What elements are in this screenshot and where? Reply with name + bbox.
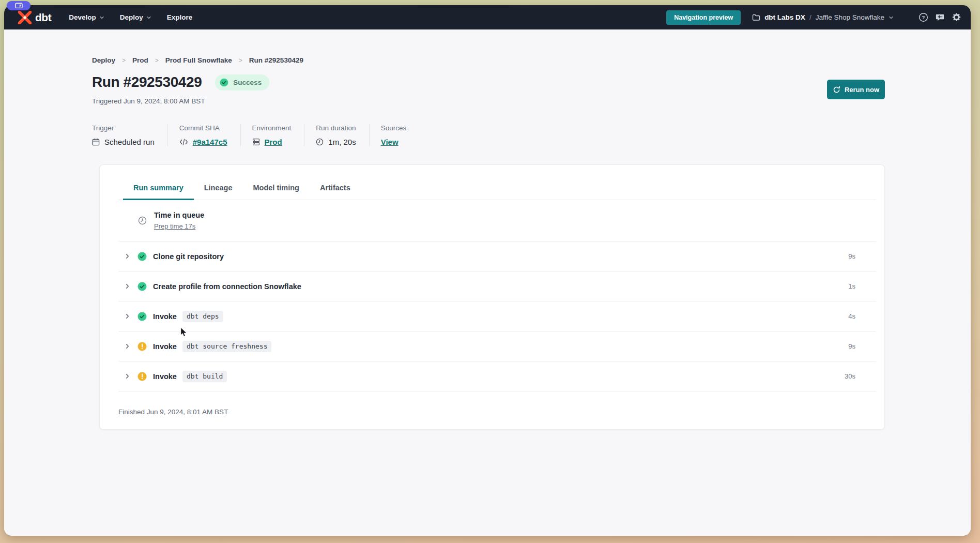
app-window: dbt DevelopDeployExplore Navigation prev… (4, 5, 971, 536)
nav-menu-deploy[interactable]: Deploy (120, 13, 151, 21)
feedback-button[interactable] (935, 12, 945, 22)
status-badge-label: Success (233, 79, 262, 86)
success-check-icon (220, 78, 228, 87)
breadcrumb-item-prod-full-snowflake[interactable]: Prod Full Snowflake (165, 56, 232, 64)
chevron-right-icon[interactable] (125, 373, 130, 379)
nav-menu-develop[interactable]: Develop (69, 13, 104, 21)
chevron-right-icon[interactable] (125, 313, 130, 319)
meta-label: Sources (381, 124, 407, 132)
step-duration: 4s (848, 312, 855, 320)
step-label: Create profile from connection Snowflake (153, 282, 301, 291)
tab-run-summary[interactable]: Run summary (123, 184, 194, 200)
breadcrumb-separator: > (122, 57, 126, 64)
account-name: dbt Labs DX (764, 13, 805, 21)
meta-run-duration: Run duration1m, 20s (316, 124, 369, 146)
rerun-now-label: Rerun now (845, 86, 879, 94)
account-project-switcher[interactable]: dbt Labs DX / Jaffle Shop Snowflake (752, 13, 894, 21)
chevron-right-icon[interactable] (125, 343, 130, 349)
meta-commit-sha: Commit SHA#9a147c5 (179, 124, 241, 146)
breadcrumb: Deploy>Prod>Prod Full Snowflake>Run #292… (92, 56, 303, 64)
screen-preview-pill[interactable] (7, 1, 30, 10)
nav-menu-explore[interactable]: Explore (167, 13, 193, 21)
help-button[interactable]: ? (918, 12, 928, 22)
breadcrumb-item-deploy[interactable]: Deploy (92, 56, 115, 64)
tabs-wrap: Run summaryLineageModel timingArtifacts (118, 184, 876, 200)
meta-label: Trigger (92, 124, 155, 132)
screen-share-user-icon (15, 3, 23, 9)
success-icon (137, 312, 147, 321)
breadcrumb-separator: > (239, 57, 242, 64)
tab-model-timing[interactable]: Model timing (243, 184, 310, 200)
tab-lineage[interactable]: Lineage (194, 184, 243, 200)
chevron-down-icon (146, 15, 151, 20)
meta-value: #9a147c5 (179, 138, 227, 146)
meta-text: Scheduled run (104, 138, 155, 146)
step-label: Invoke (153, 342, 177, 351)
finished-text: Finished Jun 9, 2024, 8:01 AM BST (118, 408, 876, 416)
breadcrumb-separator: > (155, 57, 159, 64)
meta-label: Environment (252, 124, 292, 132)
step-row-dbt-deps[interactable]: Invokedbt deps4s (118, 301, 876, 331)
help-icon: ? (918, 12, 928, 22)
nav-menu-label: Explore (167, 13, 193, 21)
dbt-logo-text: dbt (35, 11, 51, 24)
nav-menus: DevelopDeployExplore (69, 13, 192, 21)
step-duration: 30s (845, 372, 855, 380)
step-label: Invoke (153, 312, 177, 321)
step-command-chip: dbt deps (182, 311, 223, 322)
chevron-down-icon (889, 15, 894, 20)
topbar-right: Navigation preview dbt Labs DX / Jaffle … (666, 10, 961, 25)
warning-icon (137, 372, 147, 381)
queue-title: Time in queue (154, 211, 204, 219)
run-meta-row: TriggerScheduled runCommit SHA#9a147c5En… (92, 124, 431, 146)
step-row-clone-git-repository[interactable]: Clone git repository9s (118, 242, 876, 272)
step-label: Clone git repository (153, 252, 224, 261)
step-duration: 9s (848, 252, 855, 260)
step-row-dbt-source-freshness[interactable]: Invokedbt source freshness9s (118, 331, 876, 361)
step-duration: 9s (848, 342, 855, 350)
timer-icon (138, 216, 147, 225)
step-row-dbt-build[interactable]: Invokedbt build30s (118, 361, 876, 391)
topbar-icons: ? (918, 12, 961, 22)
meta-value: Prod (252, 138, 292, 146)
meta-value: 1m, 20s (316, 138, 356, 146)
chevron-down-icon (99, 15, 104, 20)
success-icon (137, 282, 147, 291)
meta-trigger: TriggerScheduled run (92, 124, 168, 146)
meta-link-sources[interactable]: View (381, 138, 399, 146)
step-command-chip: dbt source freshness (182, 341, 272, 352)
step-row-create-profile-from-connection-snowflake[interactable]: Create profile from connection Snowflake… (118, 272, 876, 301)
tabs: Run summaryLineageModel timingArtifacts (123, 184, 876, 200)
breadcrumb-item-prod[interactable]: Prod (132, 56, 148, 64)
breadcrumb-item-run-292530429[interactable]: Run #292530429 (249, 56, 303, 64)
settings-button[interactable] (952, 12, 961, 22)
triggered-text: Triggered Jun 9, 2024, 8:00 AM BST (92, 97, 205, 105)
nav-menu-label: Deploy (120, 13, 143, 21)
gear-icon (952, 12, 961, 22)
folder-icon (752, 14, 760, 21)
project-name: Jaffle Shop Snowflake (816, 13, 884, 21)
chevron-right-icon[interactable] (125, 283, 130, 289)
run-page: Deploy>Prod>Prod Full Snowflake>Run #292… (4, 29, 971, 536)
prep-time-link[interactable]: Prep time 17s (154, 222, 195, 230)
status-badge: Success (215, 74, 269, 90)
meta-link-environment[interactable]: Prod (265, 138, 282, 146)
feedback-icon (935, 12, 945, 22)
rerun-now-button[interactable]: Rerun now (827, 80, 885, 99)
meta-link-commit-sha[interactable]: #9a147c5 (193, 138, 227, 146)
refresh-icon (833, 86, 840, 94)
dbt-logo[interactable]: dbt (18, 11, 51, 24)
page-title: Run #292530429 (92, 74, 202, 90)
success-icon (137, 252, 147, 261)
meta-value: Scheduled run (92, 138, 155, 146)
clock-icon (316, 138, 324, 146)
navigation-preview-button[interactable]: Navigation preview (666, 10, 741, 25)
warning-icon (137, 342, 147, 351)
meta-environment: EnvironmentProd (252, 124, 305, 146)
tab-artifacts[interactable]: Artifacts (310, 184, 361, 200)
chevron-right-icon[interactable] (125, 253, 130, 259)
top-navbar: dbt DevelopDeployExplore Navigation prev… (4, 5, 971, 29)
database-icon (252, 138, 260, 146)
step-label: Invoke (153, 372, 177, 381)
page-header: Run #292530429 Success (92, 74, 269, 90)
